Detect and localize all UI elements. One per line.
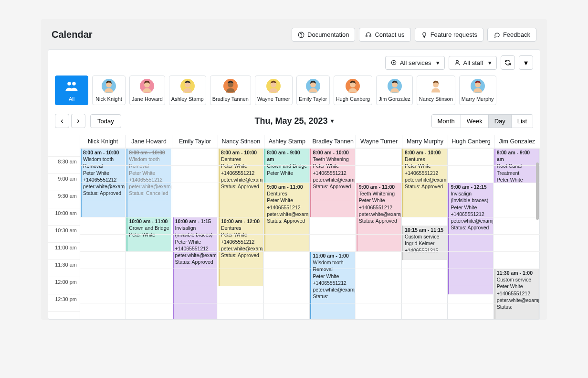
refresh-button[interactable]: [501, 55, 515, 70]
column-header: Jane Howard: [126, 135, 172, 148]
staff-card-label: Hugh Canberg: [336, 96, 370, 102]
event-person: Peter White: [313, 163, 339, 169]
main-panel: All services▾ All staff▾ ▾ AllNick Knigh…: [48, 49, 540, 320]
staff-card-label: Nick Knight: [95, 96, 122, 102]
event-title: Wisdom tooth Removal: [129, 156, 159, 169]
event-phone: +14065551212: [359, 205, 392, 210]
event-person: Peter White: [497, 283, 523, 289]
svg-point-8: [72, 82, 76, 86]
event-column[interactable]: 8:00 am - 10:00Wisdom tooth RemovalPeter…: [80, 148, 126, 319]
event-title: Invisalign (invisible braces): [175, 225, 213, 238]
more-options-button[interactable]: ▾: [519, 55, 533, 70]
prev-day-button[interactable]: ‹: [55, 114, 69, 128]
current-date[interactable]: Thu, May 25, 2023 ▾: [254, 116, 333, 126]
staff-card[interactable]: Jim Gonzalez: [376, 76, 413, 105]
column-header: Ashley Stamp: [264, 135, 310, 148]
event-time: 9:00 am - 12:15: [451, 184, 491, 190]
feature-requests-button[interactable]: Feature requests: [415, 28, 483, 42]
event-person: Peter White: [129, 232, 155, 238]
chevron-down-icon: ▾: [524, 58, 528, 67]
column-header: Nick Knight: [80, 135, 126, 148]
event-status: Status: Approved: [267, 218, 305, 224]
calendar-body[interactable]: 8:30 am9:00 am9:30 am10:00 am10:30 am11:…: [48, 148, 540, 319]
event-phone: +14065551212: [405, 170, 438, 176]
view-month[interactable]: Month: [432, 115, 461, 128]
event-column[interactable]: 8:00 am - 9:00 amCrown and BridgePeter W…: [264, 148, 310, 319]
event-email: peter.white@example.com: [451, 218, 493, 224]
event-phone: +14065551215: [405, 248, 438, 253]
event-time: 10:15 am - 11:15: [405, 227, 445, 233]
staff-card-label: All: [69, 96, 74, 102]
page-title: Calendar: [52, 29, 93, 40]
scrollbar-indicator[interactable]: [536, 162, 539, 220]
event-time: 8:00 am - 10:00: [313, 149, 353, 156]
event-column[interactable]: 8:00 am - 10:00Wisdom tooth RemovalPeter…: [126, 148, 172, 319]
avatar-icon: [180, 79, 195, 93]
event-column[interactable]: 10:00 am - 1:15Invisalign (invisible bra…: [172, 148, 218, 319]
event-columns: 8:00 am - 10:00Wisdom tooth RemovalPeter…: [80, 148, 540, 319]
calendar-event[interactable]: 11:00 am - 1:00Wisdom tooth RemovalPeter…: [310, 251, 355, 319]
event-column[interactable]: 8:00 am - 10:00Teeth WhiteningPeter Whit…: [310, 148, 356, 319]
event-person: Peter White: [451, 205, 477, 210]
view-week[interactable]: Week: [461, 115, 489, 128]
staff-card[interactable]: Bradley Tannen: [210, 76, 251, 105]
chat-icon: [494, 32, 500, 38]
staff-card-label: Nancy Stinson: [419, 96, 453, 102]
calendar-column-headers: Nick KnightJane HowardEmily TaylorNancy …: [48, 135, 540, 148]
event-status: Status:: [313, 293, 328, 299]
event-column[interactable]: 9:00 am - 12:15Invisalign (invisible bra…: [448, 148, 494, 319]
staff-card[interactable]: Wayne Turner: [255, 76, 293, 105]
time-slot-label: 11:00 am: [48, 243, 80, 260]
event-column[interactable]: 8:00 am - 10:00DenturesPeter White+14065…: [218, 148, 264, 319]
event-phone: +14065551212: [175, 246, 209, 251]
staff-card[interactable]: Emily Taylor: [296, 76, 330, 105]
today-button[interactable]: Today: [90, 114, 121, 128]
headset-icon: [365, 32, 372, 38]
event-phone: +14065551212: [221, 239, 254, 245]
event-status: Status: Approved: [221, 252, 259, 258]
staff-card-all[interactable]: All: [55, 76, 88, 105]
time-column: 8:30 am9:00 am9:30 am10:00 am10:30 am11:…: [48, 148, 80, 319]
feedback-button[interactable]: Feedback: [487, 28, 536, 42]
event-time: 10:00 am - 11:00: [129, 218, 169, 225]
staff-card[interactable]: Ashley Stamp: [169, 76, 206, 105]
staff-card[interactable]: Nancy Stinson: [417, 76, 455, 105]
staff-card-label: Jim Gonzalez: [378, 96, 410, 102]
event-email: peter.white@example.com: [175, 252, 217, 258]
event-title: Wisdom tooth Removal: [83, 156, 114, 169]
column-header: Jim Gonzalez: [494, 135, 540, 148]
view-day[interactable]: Day: [489, 115, 512, 128]
help-icon: [298, 32, 304, 38]
staff-card[interactable]: Marry Murphy: [459, 76, 496, 105]
calendar-event[interactable]: 10:15 am - 11:15Custom serviceIngrid Kel…: [402, 226, 447, 260]
documentation-button[interactable]: Documentation: [292, 28, 355, 42]
services-filter[interactable]: All services▾: [385, 56, 445, 70]
time-slot-label: 9:30 am: [48, 191, 80, 208]
event-phone: +14065551212: [313, 170, 346, 176]
event-person: Peter White: [313, 273, 339, 279]
staff-card-label: Wayne Turner: [257, 96, 290, 102]
event-time: 8:00 am - 10:00: [83, 149, 124, 156]
avatar-icon: [306, 79, 320, 93]
column-header: Hugh Canberg: [448, 135, 494, 148]
event-email: peter.white@example.com: [221, 177, 263, 183]
contact-us-button[interactable]: Contact us: [359, 28, 410, 42]
event-column[interactable]: 9:00 am - 11:00Teeth WhiteningPeter Whit…: [356, 148, 402, 319]
event-column[interactable]: 8:00 am - 10:00DenturesPeter White+14065…: [402, 148, 448, 319]
event-title: Dentures: [405, 156, 425, 162]
chevron-down-icon: ▾: [488, 59, 492, 66]
event-time: 9:00 am - 11:00: [359, 184, 399, 190]
calendar-event[interactable]: 10:00 am - 1:15Invisalign (invisible bra…: [173, 217, 217, 319]
event-phone: +14065551212: [267, 205, 300, 210]
staff-filter[interactable]: All staff▾: [449, 56, 497, 70]
next-day-button[interactable]: ›: [71, 114, 85, 128]
view-list[interactable]: List: [512, 115, 533, 128]
staff-card[interactable]: Jane Howard: [129, 76, 165, 105]
staff-card[interactable]: Hugh Canberg: [334, 76, 373, 105]
event-person: Peter White: [175, 239, 201, 245]
event-person: Peter White: [129, 170, 155, 176]
calendar-event[interactable]: 11:30 am - 1:00Custom servicePeter White…: [494, 269, 539, 319]
event-column[interactable]: 8:00 am - 9:00 amRoot Canal TreatmentPet…: [494, 148, 540, 319]
event-phone: +14065551212: [497, 291, 530, 296]
staff-card[interactable]: Nick Knight: [92, 76, 126, 105]
